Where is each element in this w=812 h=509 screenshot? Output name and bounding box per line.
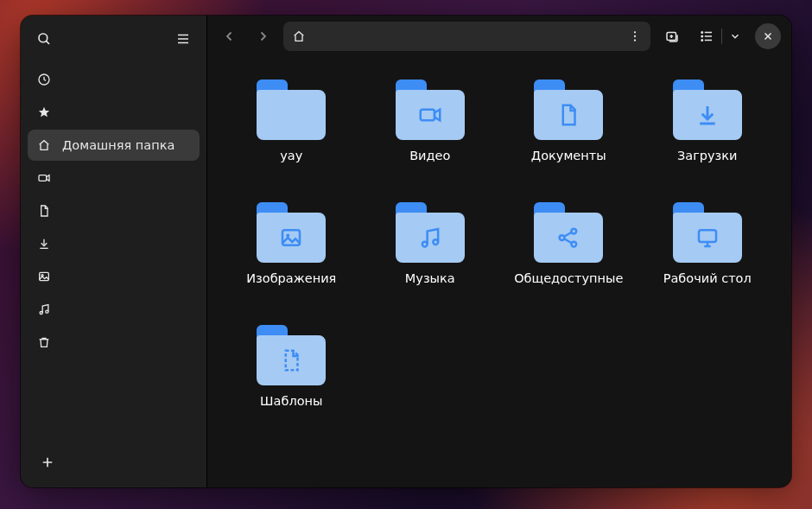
folder-label: Шаблоны <box>260 394 322 408</box>
folder-emblem-picture-icon <box>278 225 304 251</box>
view-dropdown-button[interactable] <box>724 23 746 49</box>
folder-label: Видео <box>409 149 450 162</box>
folder-emblem-music-icon <box>417 225 443 251</box>
svg-marker-8 <box>47 175 49 181</box>
add-location-button[interactable] <box>35 449 60 475</box>
home-icon <box>292 29 306 43</box>
document-icon <box>36 203 52 219</box>
close-window-button[interactable] <box>755 23 781 49</box>
svg-point-24 <box>701 32 703 34</box>
folder-icon <box>396 80 465 140</box>
folder-emblem-template-icon <box>278 347 304 373</box>
sidebar-header <box>21 21 206 60</box>
svg-point-0 <box>39 34 48 42</box>
list-icon <box>699 29 714 44</box>
sidebar-item-label: Домашняя папка <box>62 138 174 152</box>
files-window: Домашняя папка <box>21 16 791 487</box>
home-icon <box>36 137 52 153</box>
path-menu-button[interactable] <box>625 26 645 47</box>
folder-item[interactable]: Изображения <box>226 202 356 320</box>
trash-icon <box>36 334 52 350</box>
back-button[interactable] <box>218 24 242 48</box>
path-bar[interactable] <box>283 22 650 51</box>
sidebar-item-starred[interactable] <box>28 97 200 128</box>
sidebar-item-downloads[interactable] <box>28 228 200 259</box>
folder-icon <box>396 202 465 263</box>
svg-rect-7 <box>39 175 47 181</box>
sidebar: Домашняя папка <box>21 16 207 487</box>
svg-point-16 <box>634 35 636 37</box>
path-home-segment[interactable] <box>292 29 306 43</box>
folder-icon <box>257 202 326 263</box>
folder-label: Загрузки <box>677 149 737 162</box>
search-icon <box>36 31 52 47</box>
sidebar-item-recent[interactable] <box>28 64 200 95</box>
folder-item[interactable]: yay <box>226 80 356 197</box>
folder-item[interactable]: Рабочий стол <box>643 202 772 320</box>
sidebar-menu-button[interactable] <box>170 26 196 52</box>
folder-item[interactable]: Общедоступные <box>504 202 633 320</box>
svg-line-1 <box>46 41 49 44</box>
search-button[interactable] <box>31 26 57 52</box>
chevron-right-icon <box>255 29 270 44</box>
svg-rect-9 <box>40 272 49 280</box>
folder-item[interactable]: Шаблоны <box>226 325 356 442</box>
video-icon <box>36 170 52 186</box>
folder-item[interactable]: Документы <box>504 80 633 197</box>
folder-icon <box>257 325 326 385</box>
folder-item[interactable]: Музыка <box>365 202 495 320</box>
folder-emblem-document-icon <box>555 102 581 128</box>
music-icon <box>36 302 52 317</box>
plus-icon <box>40 455 55 470</box>
folder-icon <box>257 80 326 140</box>
file-grid[interactable]: yayВидеоДокументыЗагрузкиИзображенияМузы… <box>207 57 791 487</box>
view-list-button[interactable] <box>694 23 720 49</box>
forward-button[interactable] <box>251 24 275 48</box>
folder-emblem-video-icon <box>417 102 443 128</box>
sidebar-item-videos[interactable] <box>28 162 200 194</box>
close-icon <box>762 30 774 42</box>
picture-icon <box>36 269 52 284</box>
divider <box>721 29 722 44</box>
folder-item[interactable]: Видео <box>365 80 495 197</box>
chevron-left-icon <box>222 29 238 44</box>
new-tab-icon <box>664 29 680 44</box>
folder-emblem-share-icon <box>555 225 581 251</box>
sidebar-item-music[interactable] <box>28 294 200 325</box>
clock-icon <box>36 72 52 87</box>
hamburger-icon <box>175 31 191 47</box>
download-icon <box>36 236 52 251</box>
folder-label: yay <box>280 149 302 162</box>
folder-item[interactable]: Загрузки <box>643 80 772 197</box>
kebab-icon <box>628 29 642 43</box>
svg-marker-6 <box>39 107 49 117</box>
folder-icon <box>673 202 742 263</box>
svg-point-15 <box>634 31 636 33</box>
sidebar-item-documents[interactable] <box>28 195 200 226</box>
folder-label: Изображения <box>246 271 336 285</box>
svg-point-25 <box>701 35 703 37</box>
folder-label: Общедоступные <box>514 271 623 285</box>
view-mode-split-button <box>694 23 746 49</box>
sidebar-item-home[interactable]: Домашняя папка <box>28 130 200 161</box>
sidebar-item-trash[interactable] <box>28 327 200 358</box>
star-icon <box>36 105 52 120</box>
folder-label: Рабочий стол <box>663 271 752 285</box>
svg-point-26 <box>701 40 703 41</box>
header-bar <box>207 16 791 57</box>
sidebar-places: Домашняя папка <box>21 60 206 361</box>
sidebar-item-pictures[interactable] <box>28 261 200 292</box>
folder-label: Документы <box>531 149 606 162</box>
folder-emblem-desktop-icon <box>695 225 720 251</box>
folder-icon <box>534 202 603 263</box>
folder-emblem-none-icon <box>278 102 304 128</box>
folder-label: Музыка <box>405 271 455 285</box>
new-tab-button[interactable] <box>659 23 685 49</box>
chevron-down-icon <box>729 30 741 42</box>
folder-emblem-download-icon <box>695 102 720 128</box>
folder-icon <box>534 80 603 140</box>
svg-point-17 <box>634 40 636 41</box>
main-pane: yayВидеоДокументыЗагрузкиИзображенияМузы… <box>207 16 791 487</box>
folder-icon <box>673 80 742 140</box>
